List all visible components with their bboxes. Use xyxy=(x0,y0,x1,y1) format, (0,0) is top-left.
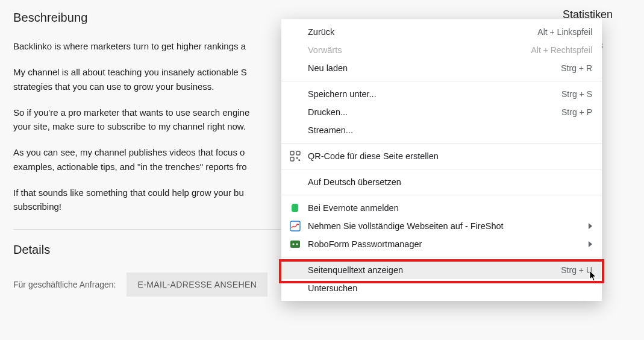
menu-label: Speichern unter... xyxy=(308,89,561,99)
svg-rect-3 xyxy=(296,157,298,159)
svg-rect-1 xyxy=(296,151,300,155)
menu-shortcut: Strg + R xyxy=(561,63,592,73)
desc-line: your site, make sure to subscribe to my … xyxy=(13,121,246,131)
menu-label: RoboForm Passwortmanager xyxy=(308,239,583,249)
menu-shortcut: Strg + U xyxy=(561,265,592,275)
menu-shortcut: Alt + Linkspfeil xyxy=(537,27,592,37)
menu-label: Bei Evernote anmelden xyxy=(308,203,592,213)
menu-label: Seitenquelltext anzeigen xyxy=(308,265,561,275)
svg-point-8 xyxy=(296,243,298,245)
svg-rect-5 xyxy=(290,221,300,231)
menu-save-as[interactable]: Speichern unter... Strg + S xyxy=(281,85,602,103)
menu-stream[interactable]: Streamen... xyxy=(281,121,602,139)
desc-line: So if you're a pro marketer that wants t… xyxy=(13,107,249,118)
desc-line: Backlinko is where marketers turn to get… xyxy=(13,41,246,51)
menu-reload[interactable]: Neu laden Strg + R xyxy=(281,59,602,77)
desc-line: If that sounds like something that could… xyxy=(13,187,244,198)
menu-label: Streamen... xyxy=(308,125,592,135)
menu-separator xyxy=(281,195,602,195)
qrcode-icon xyxy=(290,151,308,162)
svg-rect-0 xyxy=(290,151,294,155)
menu-qrcode[interactable]: QR-Code für diese Seite erstellen xyxy=(281,147,602,165)
menu-separator xyxy=(281,143,602,143)
menu-label: Nehmen Sie vollständige Webseiten auf - … xyxy=(308,221,583,231)
menu-separator xyxy=(281,169,602,169)
desc-line: subscribing! xyxy=(13,201,61,212)
menu-roboform[interactable]: RoboForm Passwortmanager xyxy=(281,235,602,253)
evernote-icon xyxy=(290,203,308,213)
menu-label: Untersuchen xyxy=(308,283,592,293)
menu-fireshot[interactable]: Nehmen Sie vollständige Webseiten auf - … xyxy=(281,217,602,235)
menu-back[interactable]: Zurück Alt + Linkspfeil xyxy=(281,23,602,41)
fireshot-icon xyxy=(290,221,308,231)
menu-shortcut: Strg + P xyxy=(561,107,592,117)
menu-print[interactable]: Drucken... Strg + P xyxy=(281,103,602,121)
desc-line: strategies that you can use to grow your… xyxy=(13,81,214,92)
desc-line: As you can see, my channel publishes vid… xyxy=(13,147,245,157)
business-inquiries-label: Für geschäftliche Anfragen: xyxy=(13,280,116,289)
menu-view-source[interactable]: Seitenquelltext anzeigen Strg + U xyxy=(281,261,602,279)
menu-label: Zurück xyxy=(308,27,537,37)
roboform-icon xyxy=(290,239,308,250)
menu-forward: Vorwärts Alt + Rechtspfeil xyxy=(281,41,602,59)
submenu-arrow-icon xyxy=(589,223,592,229)
svg-rect-6 xyxy=(290,241,300,248)
menu-separator xyxy=(281,257,602,257)
menu-shortcut: Alt + Rechtspfeil xyxy=(531,45,592,55)
context-menu: Zurück Alt + Linkspfeil Vorwärts Alt + R… xyxy=(281,19,602,301)
menu-label: Neu laden xyxy=(308,63,561,73)
menu-separator xyxy=(281,81,602,81)
view-email-button[interactable]: E-MAIL-ADRESSE ANSEHEN xyxy=(127,272,267,297)
menu-shortcut: Strg + S xyxy=(561,89,592,99)
submenu-arrow-icon xyxy=(589,241,592,247)
menu-evernote[interactable]: Bei Evernote anmelden xyxy=(281,199,602,217)
menu-inspect[interactable]: Untersuchen xyxy=(281,279,602,297)
menu-label: QR-Code für diese Seite erstellen xyxy=(308,151,592,161)
svg-rect-2 xyxy=(290,157,294,161)
svg-point-7 xyxy=(292,243,294,245)
menu-label: Drucken... xyxy=(308,107,561,117)
desc-line: examples, actionable tips, and "in the t… xyxy=(13,162,247,172)
menu-translate[interactable]: Auf Deutsch übersetzen xyxy=(281,173,602,191)
svg-rect-4 xyxy=(299,160,301,162)
menu-label: Vorwärts xyxy=(308,45,531,55)
menu-label: Auf Deutsch übersetzen xyxy=(308,177,592,187)
desc-line: My channel is all about teaching you ins… xyxy=(13,67,247,77)
